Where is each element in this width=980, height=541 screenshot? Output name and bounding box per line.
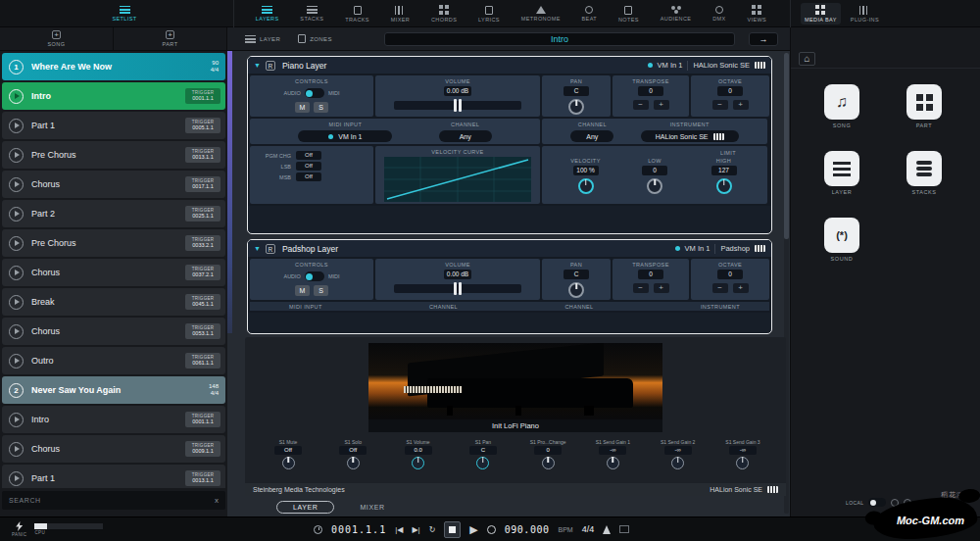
transpose-minus-button[interactable]: − (633, 100, 649, 110)
param-knob[interactable] (671, 457, 684, 469)
volume-slider[interactable] (394, 284, 521, 293)
layer-input-select[interactable]: VM In 1 (685, 244, 710, 253)
tab-media-bay[interactable]: MEDIA BAY (801, 3, 841, 25)
lsb-toggle[interactable]: Off (296, 162, 321, 171)
tab-chords[interactable]: CHORDS (431, 5, 457, 23)
volume-slider[interactable] (394, 101, 521, 110)
layer-instrument-select[interactable]: HALion Sonic SE (693, 61, 750, 70)
velocity-high-knob[interactable] (716, 178, 732, 194)
param-knob[interactable] (542, 457, 555, 469)
tab-views[interactable]: VIEWS (747, 5, 766, 23)
mute-button[interactable]: M (295, 285, 310, 296)
zones-view-tab[interactable]: ZONES (298, 34, 332, 43)
velocity-low-value[interactable]: 0 (642, 166, 667, 175)
mini-knob[interactable] (904, 499, 911, 507)
media-item-layer[interactable]: LAYER (807, 151, 877, 195)
volume-value[interactable]: 0.00 dB (444, 86, 471, 96)
velocity-high-value[interactable]: 127 (711, 166, 737, 175)
tempo-display[interactable]: 090.000 (505, 524, 550, 535)
velocity-knob[interactable] (578, 178, 594, 194)
layer-instrument-select[interactable]: Padshop (720, 244, 750, 253)
preset-name-display[interactable]: Init LoFi Piano (368, 419, 662, 432)
play-button[interactable]: ▶ (469, 523, 477, 536)
search-input[interactable] (9, 497, 215, 504)
part-item[interactable]: Chorus TRIGGER0053.1.1 (2, 318, 225, 345)
transpose-value[interactable]: 0 (638, 270, 663, 279)
media-item-sound[interactable]: (*) SOUND (807, 218, 877, 262)
pgm-chg-toggle[interactable]: Off (296, 151, 321, 160)
volume-value[interactable]: 0.00 dB (444, 270, 471, 279)
param-knob[interactable] (736, 457, 749, 469)
position-display[interactable]: 0001.1.1 (331, 524, 386, 535)
transpose-value[interactable]: 0 (638, 86, 663, 96)
octave-value[interactable]: 0 (717, 270, 743, 279)
param-knob[interactable] (282, 457, 295, 469)
home-button[interactable]: ⌂ (799, 52, 815, 66)
pan-value[interactable]: C (564, 270, 589, 279)
media-item-stacks[interactable]: STACKS (889, 151, 959, 195)
audio-midi-toggle[interactable] (305, 88, 324, 98)
part-item[interactable]: Pre Chorus TRIGGER0013.1.1 (2, 141, 225, 169)
part-item[interactable]: Part 1 TRIGGER0013.1.1 (2, 465, 225, 488)
mini-knob[interactable] (891, 499, 899, 507)
solo-button[interactable]: S (314, 102, 328, 113)
velocity-low-knob[interactable] (647, 178, 662, 194)
part-item[interactable]: Part 1 TRIGGER0005.1.1 (2, 112, 225, 139)
param-knob[interactable] (476, 457, 489, 469)
param-knob[interactable] (347, 457, 360, 469)
param-knob[interactable] (412, 457, 424, 469)
part-item[interactable]: Part 2 TRIGGER0025.1.1 (2, 200, 225, 227)
clear-search-button[interactable]: x (215, 496, 219, 505)
octave-plus-button[interactable]: + (733, 283, 749, 293)
param-knob[interactable] (607, 457, 619, 469)
record-button[interactable] (487, 525, 496, 534)
param-value[interactable]: Off (274, 446, 302, 455)
param-value[interactable]: -∞ (664, 446, 692, 455)
param-value[interactable]: 0 (534, 446, 562, 455)
trigger-badge[interactable]: TRIGGER0053.1.1 (185, 323, 220, 338)
transpose-plus-button[interactable]: + (654, 100, 669, 110)
audio-midi-toggle[interactable] (305, 271, 324, 281)
part-item[interactable]: Chorus TRIGGER0009.1.1 (2, 435, 225, 463)
mute-button[interactable]: M (295, 102, 310, 113)
param-value[interactable]: C (469, 446, 497, 455)
trigger-badge[interactable]: TRIGGER0017.1.1 (185, 176, 220, 191)
stop-button[interactable] (444, 521, 461, 538)
metronome-toggle-icon[interactable] (603, 525, 611, 534)
current-part-display[interactable]: Intro (384, 32, 735, 46)
octave-plus-button[interactable]: + (733, 100, 749, 110)
trigger-badge[interactable]: TRIGGER0005.1.1 (185, 118, 220, 132)
trigger-badge[interactable]: TRIGGER0037.2.1 (185, 265, 220, 279)
velocity-curve[interactable] (384, 157, 531, 202)
trigger-badge[interactable]: TRIGGER0013.1.1 (185, 470, 220, 485)
local-toggle[interactable] (868, 498, 886, 507)
go-to-start-button[interactable]: |◀ (395, 525, 403, 534)
tab-tracks[interactable]: TRACKS (345, 6, 369, 23)
transpose-minus-button[interactable]: − (633, 283, 649, 293)
collapse-icon[interactable]: ▼ (254, 62, 261, 69)
media-item-part[interactable]: PART (889, 84, 959, 128)
tab-beat[interactable]: BEAT (582, 6, 598, 22)
tab-stacks[interactable]: STACKS (300, 6, 323, 22)
pan-value[interactable]: C (564, 86, 589, 96)
trigger-badge[interactable]: TRIGGER0033.2.1 (185, 235, 220, 250)
part-item[interactable]: Intro TRIGGER0001.1.1 (2, 82, 225, 110)
record-arm-button[interactable]: R (266, 61, 275, 71)
cycle-button[interactable]: ↻ (429, 525, 436, 534)
next-part-button[interactable]: → (749, 32, 778, 46)
part-item[interactable]: Break TRIGGER0045.1.1 (2, 288, 225, 316)
trigger-badge[interactable]: TRIGGER0001.1.1 (185, 412, 220, 426)
octave-value[interactable]: 0 (717, 86, 743, 96)
tab-layers[interactable]: LAYERS (256, 6, 279, 22)
setlist-toggle-button[interactable]: SETLIST (0, 0, 227, 26)
go-to-end-button[interactable]: ▶| (412, 525, 419, 534)
param-value[interactable]: -∞ (599, 446, 626, 455)
media-item-song[interactable]: ♫ SONG (807, 84, 877, 128)
layer-panel-piano[interactable]: ▼ R Piano Layer VM In 1 HALion Sonic SE … (247, 56, 772, 234)
tab-mixer-bottom[interactable]: MIXER (360, 504, 384, 511)
tab-mixer[interactable]: MIXER (391, 6, 410, 23)
panic-button[interactable]: PANIC (12, 521, 26, 537)
param-value[interactable]: -∞ (729, 446, 757, 455)
trigger-badge[interactable]: TRIGGER0045.1.1 (185, 294, 220, 309)
tab-audience[interactable]: AUDIENCE (661, 6, 692, 22)
